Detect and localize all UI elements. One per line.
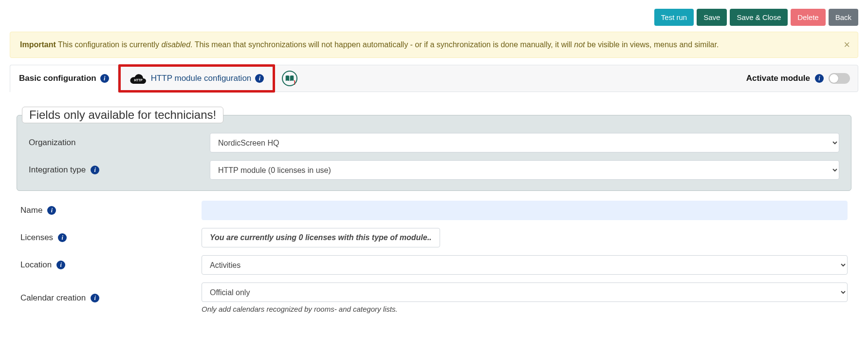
calendar-creation-help: Only add calendars recognized by rooms- … [202, 305, 848, 313]
info-icon[interactable]: i [56, 261, 65, 269]
activate-module-label: Activate module [746, 74, 810, 83]
info-icon[interactable]: i [100, 74, 109, 83]
info-icon[interactable]: i [815, 74, 824, 83]
technician-fieldset: Fields only available for technicians! O… [17, 107, 851, 191]
integration-type-select[interactable]: HTTP module (0 licenses in use) [210, 160, 839, 180]
tab-http-module-configuration[interactable]: HTTP HTTP module configuration i [118, 64, 276, 93]
alert-not-word: not [574, 40, 585, 49]
info-icon[interactable]: i [91, 166, 99, 174]
licenses-label: Licenses [20, 233, 53, 243]
top-toolbar: Test run Save Save & Close Delete Back [10, 0, 858, 32]
licenses-text-post: licenses with this type of module.. [303, 233, 431, 242]
location-label: Location [20, 260, 52, 270]
row-name: Name i [17, 201, 851, 220]
organization-label: Organization [29, 138, 75, 148]
calendar-creation-select[interactable]: Official only [202, 282, 848, 302]
row-organization: Organization NordicScreen HQ [25, 133, 843, 152]
activate-module-toggle[interactable] [829, 73, 850, 84]
book-icon [285, 75, 294, 82]
alert-text-3: be visible in views, menus and similar. [585, 40, 719, 49]
organization-select[interactable]: NordicScreen HQ [210, 133, 839, 152]
save-close-button[interactable]: Save & Close [730, 9, 788, 26]
tab-bar: Basic configuration i HTTP HTTP module c… [10, 65, 858, 92]
row-location: Location i Activities [17, 255, 851, 275]
alert-disabled-word: disabled [161, 40, 190, 49]
alert-text-2: . This mean that synchronizations will n… [190, 40, 574, 49]
technician-fieldset-legend: Fields only available for technicians! [22, 107, 223, 123]
row-licenses: Licenses i You are currently using 0 lic… [17, 228, 851, 247]
tab-basic-label: Basic configuration [19, 74, 96, 83]
http-cloud-icon: HTTP [129, 73, 147, 84]
back-button[interactable]: Back [829, 9, 858, 26]
location-select[interactable]: Activities [202, 255, 848, 275]
name-input[interactable] [202, 201, 848, 220]
licenses-text-pre: You are currently using [210, 233, 299, 242]
toggle-knob [830, 74, 838, 83]
info-icon[interactable]: i [91, 294, 99, 302]
info-icon[interactable]: i [58, 233, 67, 242]
tab-http-label: HTTP module configuration [151, 74, 252, 83]
save-button[interactable]: Save [697, 9, 727, 26]
row-calendar-creation: Calendar creation i Official only Only a… [17, 282, 851, 313]
delete-button[interactable]: Delete [791, 9, 825, 26]
warning-badge-icon: ! [294, 79, 295, 86]
row-integration-type: Integration type i HTTP module (0 licens… [25, 160, 843, 180]
disabled-warning-alert: Important This configuration is currentl… [10, 32, 858, 58]
calendar-creation-label: Calendar creation [20, 293, 86, 303]
name-label: Name [20, 206, 42, 215]
info-icon[interactable]: i [255, 74, 264, 83]
licenses-info-box: You are currently using 0 licenses with … [202, 228, 440, 247]
test-run-button[interactable]: Test run [654, 9, 694, 26]
close-alert-button[interactable]: × [844, 38, 850, 51]
tab-basic-configuration[interactable]: Basic configuration i [10, 65, 118, 92]
info-icon[interactable]: i [47, 206, 56, 215]
integration-type-label: Integration type [29, 165, 86, 175]
svg-text:HTTP: HTTP [134, 78, 143, 82]
documentation-button[interactable]: ! [282, 71, 297, 86]
activate-module-area: Activate module i [746, 73, 858, 84]
alert-strong: Important [20, 40, 56, 49]
alert-text-1: This configuration is currently [56, 40, 162, 49]
basic-config-panel: Fields only available for technicians! O… [10, 92, 858, 313]
